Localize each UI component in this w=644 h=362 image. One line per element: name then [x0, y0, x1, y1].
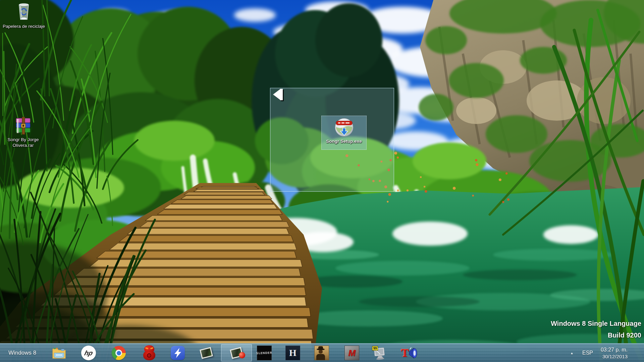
clock-time: 03:27 p. m. — [601, 346, 628, 353]
taskbar: Windows 8 hp — [0, 343, 644, 362]
watermark-line2: Build 9200 — [551, 329, 641, 341]
taskbar-file-explorer[interactable] — [51, 345, 67, 361]
chevron-up-icon: ▲ — [570, 351, 574, 355]
recycle-bin-desktop-icon[interactable]: Papelera de reciclaje — [2, 3, 46, 29]
language-indicator[interactable]: ESP — [582, 344, 593, 362]
rar-archive-desktop-icon[interactable]: Songr By Jorge Olivera.rar — [1, 116, 45, 148]
taskbar-h-app[interactable]: H — [285, 345, 301, 361]
clock-date: 30/12/2013 — [601, 353, 628, 360]
detective-icon — [314, 346, 329, 360]
m-app-icon: M — [344, 346, 359, 360]
file-explorer-icon — [51, 346, 67, 360]
slender-icon: SLENDER — [257, 346, 272, 360]
skip-back-icon[interactable] — [271, 88, 285, 102]
winrar-icon — [14, 116, 33, 135]
taskbar-chrome[interactable] — [111, 345, 126, 361]
taskbar-red-devil-app[interactable] — [142, 345, 157, 361]
folder-selection-window[interactable]: Songr Setup.exe — [270, 88, 394, 192]
svg-text:99: 99 — [373, 347, 377, 350]
text-speaker-icon: T — [401, 346, 419, 360]
songr-setup-file[interactable]: Songr Setup.exe — [321, 116, 367, 150]
taskbar-slender[interactable]: SLENDER — [257, 345, 272, 361]
rar-archive-label: Songr By Jorge Olivera.rar — [1, 137, 45, 148]
recycle-bin-icon — [16, 3, 31, 22]
monitor-99-icon: 99 — [372, 345, 387, 361]
taskbar-messenger[interactable] — [170, 345, 185, 361]
photo-viewer-active-icon — [230, 347, 243, 359]
songr-setup-label: Songr Setup.exe — [326, 139, 362, 144]
messenger-icon — [171, 346, 185, 360]
hp-icon: hp — [81, 346, 96, 360]
taskbar-hp[interactable]: hp — [81, 345, 96, 361]
show-hidden-icons-button[interactable]: ▲ — [570, 344, 574, 362]
chrome-icon — [112, 346, 126, 360]
taskbar-photo-viewer[interactable] — [199, 345, 214, 361]
clock[interactable]: 03:27 p. m. 30/12/2013 — [601, 344, 628, 362]
red-devil-icon — [142, 345, 157, 361]
taskbar-photo-viewer-active[interactable] — [221, 344, 252, 361]
start-label[interactable]: Windows 8 — [8, 344, 36, 362]
taskbar-text-speaker-app[interactable]: T — [400, 345, 419, 361]
taskbar-detective-game[interactable] — [314, 345, 329, 361]
h-app-icon: H — [285, 346, 300, 360]
windows-watermark: Windows 8 Single Language Build 9200 — [551, 318, 641, 341]
windows-8-desktop: Papelera de reciclaje Songr By Jorge Oli… — [0, 0, 644, 362]
taskbar-monitor-99-app[interactable]: 99 — [372, 345, 387, 361]
photo-viewer-icon — [200, 347, 213, 359]
recycle-bin-label: Papelera de reciclaje — [3, 23, 45, 29]
songr-setup-icon — [334, 117, 355, 138]
taskbar-m-app[interactable]: M — [344, 345, 360, 361]
watermark-line1: Windows 8 Single Language — [551, 318, 641, 329]
